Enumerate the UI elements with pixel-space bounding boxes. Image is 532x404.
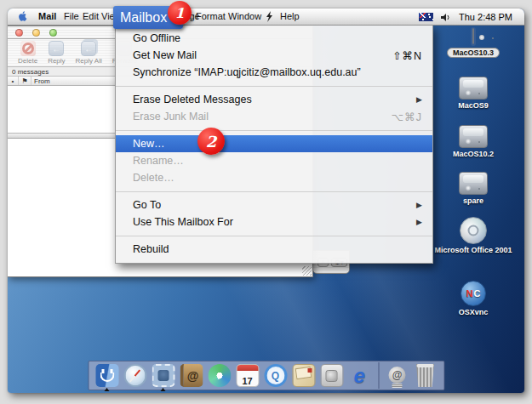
submenu-arrow-icon: ▶ <box>416 95 422 104</box>
column-read-status[interactable]: • <box>8 77 19 85</box>
dock-item-safari[interactable] <box>123 363 147 388</box>
menu-separator <box>116 186 432 196</box>
quicktime-icon: Q <box>264 364 287 387</box>
dock-item-internet-explorer[interactable]: e <box>347 363 372 388</box>
menu-item-erase-junk-mail: Erase Junk Mail⌥⌘J <box>116 108 432 125</box>
address-book-icon: @ <box>180 364 203 387</box>
desktop-icon-spare[interactable]: spare <box>434 172 512 205</box>
menu-item-go-to[interactable]: Go To▶ <box>116 196 432 213</box>
menu-item-rename: Rename… <box>116 152 432 169</box>
menu-item-delete: Delete… <box>116 169 432 186</box>
dock-item-ical[interactable]: 17 <box>235 363 260 388</box>
delete-button[interactable]: Delete <box>18 41 37 65</box>
shortcut-label: ⇧⌘N <box>392 49 422 62</box>
selection-highlight <box>471 27 476 46</box>
annotation-step-2-badge: 2 <box>197 128 225 155</box>
menu-clock[interactable]: Thu 2:48 PM <box>459 12 512 22</box>
minimize-button[interactable] <box>32 29 40 37</box>
dock-item-internet-location[interactable]: @ <box>385 363 409 388</box>
column-flag[interactable]: ⚑ <box>19 77 31 85</box>
menu-item-new[interactable]: New… <box>116 135 432 152</box>
apple-menu-icon[interactable] <box>19 11 30 23</box>
dock-item-system-preferences[interactable] <box>319 363 344 388</box>
submenu-arrow-icon: ▶ <box>416 218 422 226</box>
input-language-flag-icon[interactable] <box>419 13 433 21</box>
dock-item-finder[interactable] <box>94 363 119 388</box>
volume-icon[interactable] <box>441 13 451 22</box>
dock-item-mail[interactable] <box>151 363 175 388</box>
dock-item-quicktime[interactable]: Q <box>263 363 288 388</box>
menu-separator <box>116 125 432 135</box>
running-indicator <box>161 388 166 391</box>
reply-button[interactable]: ← Reply <box>48 41 65 65</box>
reply-icon: ← <box>49 41 64 56</box>
desktop-icon-ms-office[interactable]: Microsoft Office 2001 <box>422 217 524 254</box>
itunes-icon: ♪ <box>208 364 231 387</box>
desktop-icon-label: Microsoft Office 2001 <box>434 246 512 254</box>
running-indicator <box>105 388 110 391</box>
menu-item-synchronize[interactable]: Synchronize “IMAP:uqjcitiz@mailbox.uq.ed… <box>116 64 432 81</box>
hard-drive-icon <box>472 28 474 44</box>
dock-item-letters[interactable] <box>291 363 316 388</box>
desktop-icon-label: MacOS10.2 <box>453 150 494 158</box>
mail-icon <box>152 364 174 387</box>
shortcut-label: ⌥⌘J <box>392 111 422 123</box>
menu-bar: Mail File Edit View Mailbox Message Form… <box>8 9 524 26</box>
desktop-icon-macos103[interactable]: MacOS10.3 <box>434 27 512 58</box>
menu-item-use-this-mailbox-for[interactable]: Use This Mailbox For▶ <box>116 213 432 230</box>
close-button[interactable] <box>15 29 23 37</box>
internet-explorer-icon: e <box>348 364 371 387</box>
desktop-icon-label: MacOS10.3 <box>447 48 500 58</box>
menu-item-go-offline[interactable]: Go Offline <box>116 30 432 47</box>
system-preferences-icon <box>320 364 343 387</box>
desktop-screen: MacOS10.3 MacOS9 MacOS10.2 spare Microso… <box>8 9 524 393</box>
script-menu-icon[interactable] <box>266 11 273 22</box>
menubar-item-mail[interactable]: Mail <box>38 11 56 21</box>
safari-icon <box>123 364 146 387</box>
cd-icon <box>460 217 487 244</box>
desktop-icon-label: OSXvnc <box>459 308 489 316</box>
reply-all-button[interactable]: ← Reply All <box>76 41 102 65</box>
at-spring-icon: @ <box>389 363 406 388</box>
reply-all-icon: ← <box>81 41 96 56</box>
menubar-item-edit[interactable]: Edit <box>83 11 99 21</box>
hard-drive-icon <box>459 172 488 195</box>
desktop-icon-macos102[interactable]: MacOS10.2 <box>434 125 512 158</box>
mailbox-menu: Go Offline Get New Mail⇧⌘N Synchronize “… <box>115 25 433 264</box>
annotation-step-1-badge: 1 <box>168 1 192 25</box>
menu-separator <box>116 230 432 241</box>
menu-separator <box>116 81 432 91</box>
menubar-item-file[interactable]: File <box>64 11 79 21</box>
ical-icon: 17 <box>236 364 259 387</box>
hard-drive-icon <box>459 77 488 100</box>
hard-drive-icon <box>459 125 488 148</box>
desktop-icon-macos9[interactable]: MacOS9 <box>434 77 512 110</box>
desktop-icon-label: spare <box>463 196 483 205</box>
dock-item-trash[interactable] <box>413 363 438 388</box>
menubar-item-window[interactable]: Window <box>228 11 261 21</box>
dock-item-itunes[interactable]: ♪ <box>207 363 232 388</box>
desktop-icon-label: MacOS9 <box>458 101 489 110</box>
menubar-item-format[interactable]: Format <box>196 11 226 21</box>
dock-item-address-book[interactable]: @ <box>179 363 203 388</box>
menu-item-erase-deleted-messages[interactable]: Erase Deleted Messages▶ <box>116 91 432 108</box>
trash-icon <box>415 364 436 387</box>
menu-item-get-new-mail[interactable]: Get New Mail⇧⌘N <box>116 47 432 64</box>
dock-separator <box>378 362 379 389</box>
vnc-icon: NC <box>460 281 486 306</box>
letters-icon <box>292 364 315 387</box>
resize-grip[interactable] <box>302 266 312 276</box>
submenu-arrow-icon: ▶ <box>416 201 422 209</box>
dock: @ ♪ 17 Q e @ <box>88 361 444 390</box>
zoom-button[interactable] <box>49 29 57 37</box>
desktop-icon-osxvnc[interactable]: NC OSXvnc <box>434 281 512 316</box>
delete-icon <box>20 41 36 56</box>
menu-item-rebuild[interactable]: Rebuild <box>116 241 432 258</box>
menubar-item-help[interactable]: Help <box>280 11 300 21</box>
finder-icon <box>95 364 118 387</box>
